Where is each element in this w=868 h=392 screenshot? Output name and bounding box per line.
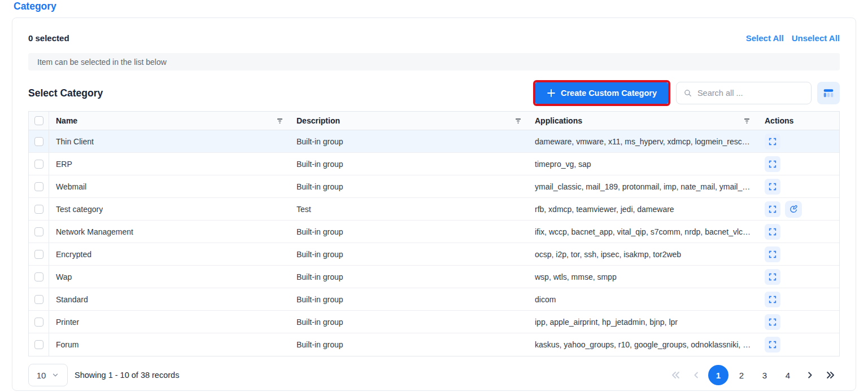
unselect-all-link[interactable]: Unselect All xyxy=(792,33,840,43)
select-all-link[interactable]: Select All xyxy=(746,33,784,43)
last-page-button[interactable] xyxy=(822,366,840,384)
category-description: Built-in group xyxy=(296,137,343,146)
annotation-highlight: Create Custom Category xyxy=(533,80,670,106)
filter-icon xyxy=(514,117,522,125)
row-checkbox[interactable] xyxy=(34,160,43,169)
category-name: Encrypted xyxy=(56,250,91,259)
page-button-3[interactable]: 3 xyxy=(754,365,775,385)
expand-icon xyxy=(768,272,777,281)
first-page-icon xyxy=(670,369,681,381)
prev-page-icon xyxy=(691,370,701,380)
table-row[interactable]: Thin Client Built-in group dameware, vmw… xyxy=(29,130,839,153)
column-header-applications: Applications xyxy=(535,116,582,125)
expand-icon xyxy=(768,250,777,259)
column-settings-icon xyxy=(822,87,835,99)
search-box xyxy=(676,82,812,104)
row-checkbox[interactable] xyxy=(34,272,43,281)
category-applications: ocsp, i2p, tor, ssh, ipsec, isakmp, tor2… xyxy=(535,250,681,259)
filter-icon xyxy=(276,117,284,125)
category-description: Built-in group xyxy=(296,318,343,327)
category-applications: kaskus, yahoo_groups, r10, google_groups… xyxy=(535,340,752,349)
category-applications: timepro_vg, sap xyxy=(535,160,591,169)
category-description: Built-in group xyxy=(296,272,343,281)
expand-button[interactable] xyxy=(765,156,780,172)
description-filter-button[interactable] xyxy=(513,116,524,126)
search-input[interactable] xyxy=(697,89,804,98)
expand-button[interactable] xyxy=(765,224,780,240)
row-checkbox[interactable] xyxy=(34,137,43,146)
page-button-2[interactable]: 2 xyxy=(731,365,752,385)
expand-button[interactable] xyxy=(765,292,780,307)
first-page-button[interactable] xyxy=(666,366,684,384)
pager: 1 2 3 4 xyxy=(666,365,840,385)
plus-icon xyxy=(547,89,556,98)
category-name: ERP xyxy=(56,160,72,169)
expand-icon xyxy=(768,340,777,349)
expand-button[interactable] xyxy=(765,337,780,353)
table-row[interactable]: ERP Built-in group timepro_vg, sap xyxy=(29,153,839,175)
category-description: Built-in group xyxy=(296,160,343,169)
category-name: Test category xyxy=(56,205,103,214)
page-button-4[interactable]: 4 xyxy=(778,365,798,385)
table-row[interactable]: Test category Test rfb, xdmcp, teamviewe… xyxy=(29,198,839,221)
row-checkbox[interactable] xyxy=(34,227,43,236)
next-page-button[interactable] xyxy=(801,366,819,384)
expand-icon xyxy=(768,318,777,327)
table-row[interactable]: Forum Built-in group kaskus, yahoo_group… xyxy=(29,333,839,356)
expand-icon xyxy=(768,227,777,236)
row-checkbox[interactable] xyxy=(34,205,43,214)
column-settings-button[interactable] xyxy=(817,82,840,104)
row-checkbox[interactable] xyxy=(34,318,43,327)
table-row[interactable]: Webmail Built-in group ymail_classic, ma… xyxy=(29,175,839,198)
applications-filter-button[interactable] xyxy=(741,116,752,126)
selection-hint: Item can be selected in the list below xyxy=(28,53,840,71)
page-button-1[interactable]: 1 xyxy=(708,365,729,385)
select-all-checkbox[interactable] xyxy=(34,116,43,125)
expand-button[interactable] xyxy=(765,269,780,285)
expand-button[interactable] xyxy=(765,134,780,149)
row-checkbox[interactable] xyxy=(34,340,43,349)
category-applications: dicom xyxy=(535,295,556,304)
table-row[interactable]: Standard Built-in group dicom xyxy=(29,288,839,311)
next-page-icon xyxy=(805,370,815,380)
category-applications: dameware, vmware, x11, ms_hyperv, xdmcp,… xyxy=(535,137,752,146)
category-applications: ymail_classic, mail_189, protonmail, imp… xyxy=(535,182,752,191)
create-custom-category-button[interactable]: Create Custom Category xyxy=(535,82,668,104)
category-description: Built-in group xyxy=(296,182,343,191)
category-card: 0 selected Select All Unselect All Item … xyxy=(12,17,856,391)
category-applications: wsp, wtls, mmse, smpp xyxy=(535,272,617,281)
column-header-actions: Actions xyxy=(765,116,793,125)
category-applications: rfb, xdmcp, teamviewer, jedi, dameware xyxy=(535,205,674,214)
expand-button[interactable] xyxy=(765,246,780,262)
row-checkbox[interactable] xyxy=(34,295,43,304)
category-name: Standard xyxy=(56,295,88,304)
category-name: Printer xyxy=(56,318,79,327)
page-size-select[interactable]: 10 xyxy=(28,364,68,386)
table-row[interactable]: Network Management Built-in group ifix, … xyxy=(29,221,839,243)
row-checkbox[interactable] xyxy=(34,250,43,259)
table-row[interactable]: Wap Built-in group wsp, wtls, mmse, smpp xyxy=(29,266,839,288)
prev-page-button[interactable] xyxy=(687,366,705,384)
table-header: Name Description Applications Actions xyxy=(29,112,839,130)
table-row[interactable]: Encrypted Built-in group ocsp, i2p, tor,… xyxy=(29,243,839,266)
expand-button[interactable] xyxy=(765,201,780,217)
search-icon xyxy=(683,88,692,98)
last-page-icon xyxy=(825,369,836,381)
page-title: Category xyxy=(14,1,868,14)
create-button-label: Create Custom Category xyxy=(561,89,657,98)
category-table: Name Description Applications Actions Th… xyxy=(28,111,840,356)
expand-button[interactable] xyxy=(765,179,780,195)
name-filter-button[interactable] xyxy=(274,116,285,126)
category-description: Built-in group xyxy=(296,295,343,304)
expand-button[interactable] xyxy=(765,314,780,330)
category-applications: ipp, apple_airprint, hp_jetadmin, bjnp, … xyxy=(535,318,678,327)
table-row[interactable]: Printer Built-in group ipp, apple_airpri… xyxy=(29,311,839,333)
edit-button[interactable] xyxy=(785,201,802,218)
selection-toolbar: 0 selected Select All Unselect All xyxy=(28,32,840,44)
page-size-value: 10 xyxy=(37,371,46,380)
column-header-description: Description xyxy=(296,116,340,125)
row-checkbox[interactable] xyxy=(34,182,43,191)
filter-icon xyxy=(743,117,751,125)
category-name: Wap xyxy=(56,272,72,281)
records-summary: Showing 1 - 10 of 38 records xyxy=(75,371,179,380)
